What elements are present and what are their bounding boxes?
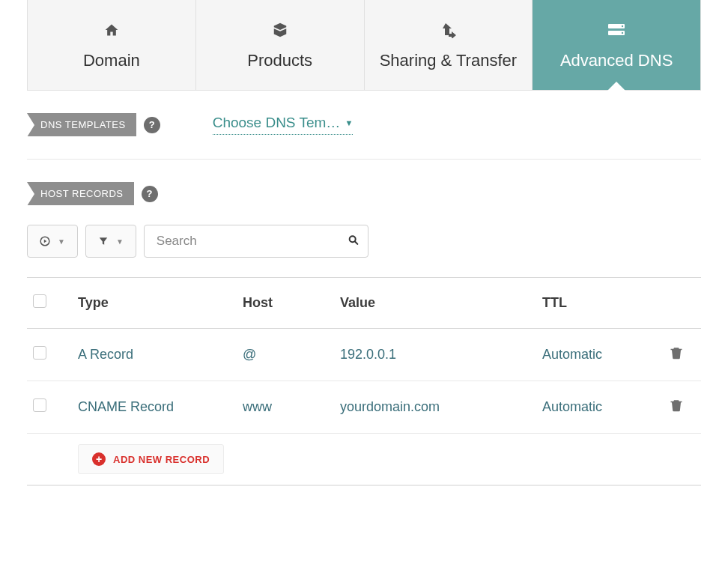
record-host[interactable]: @ [237,329,334,381]
search-input[interactable] [144,225,368,258]
play-circle-icon [40,236,50,246]
svg-point-3 [622,32,623,34]
toolbar: ▼ ▼ [27,225,701,258]
trash-icon [670,345,683,360]
divider [27,485,701,486]
tab-products[interactable]: Products [196,0,365,90]
table-header-row: Type Host Value TTL [27,278,701,329]
host-records-section: HOST RECORDS ? ▼ ▼ Type Host Value [27,182,701,486]
add-new-record-button[interactable]: + ADD NEW RECORD [78,444,224,474]
tab-domain[interactable]: Domain [28,0,196,90]
search-box [144,225,368,258]
chevron-down-icon: ▼ [58,237,65,246]
filter-dropdown[interactable]: ▼ [85,225,136,258]
row-checkbox[interactable] [33,398,46,412]
delete-button[interactable] [670,401,683,416]
svg-point-2 [622,25,623,27]
dropdown-text: Choose DNS Tem… [213,115,341,131]
help-icon[interactable]: ? [144,117,160,133]
tab-sharing-transfer[interactable]: Sharing & Transfer [365,0,533,90]
col-ttl: TTL [536,278,664,329]
tab-label: Sharing & Transfer [380,51,517,70]
share-icon [438,19,458,40]
filter-icon [98,236,109,246]
table-row: A Record @ 192.0.0.1 Automatic [27,329,701,381]
select-all-checkbox[interactable] [33,294,46,308]
server-icon [607,19,626,40]
plus-icon: + [92,452,106,466]
host-records-label: HOST RECORDS [27,182,134,205]
home-icon [103,19,120,40]
record-value[interactable]: yourdomain.com [334,381,536,434]
package-icon [271,19,289,40]
record-ttl[interactable]: Automatic [536,329,664,381]
host-records-table: Type Host Value TTL A Record @ 192.0.0.1… [27,277,701,485]
table-row: CNAME Record www yourdomain.com Automati… [27,381,701,434]
record-ttl[interactable]: Automatic [536,381,664,434]
record-type[interactable]: CNAME Record [72,381,237,434]
tab-advanced-dns[interactable]: Advanced DNS [533,0,700,90]
col-host: Host [237,278,334,329]
dns-templates-label: DNS TEMPLATES [27,113,136,136]
record-host[interactable]: www [237,381,334,434]
add-row: + ADD NEW RECORD [27,434,701,485]
actions-dropdown[interactable]: ▼ [27,225,78,258]
record-type[interactable]: A Record [72,329,237,381]
col-value: Value [334,278,536,329]
chevron-down-icon: ▼ [345,118,353,127]
trash-icon [670,398,683,413]
delete-button[interactable] [670,348,683,363]
col-type: Type [72,278,237,329]
tab-label: Advanced DNS [560,51,673,70]
add-button-label: ADD NEW RECORD [113,454,210,465]
search-button[interactable] [343,230,364,253]
divider [27,159,701,160]
tab-label: Domain [83,51,140,70]
tab-bar: Domain Products Sharing & Transfer Advan… [27,0,701,91]
dns-templates-section: DNS TEMPLATES ? Choose DNS Tem… ▼ [27,113,701,136]
search-icon [348,234,360,246]
tab-label: Products [247,51,312,70]
chevron-down-icon: ▼ [116,237,124,246]
row-checkbox[interactable] [33,346,46,360]
help-icon[interactable]: ? [142,186,158,202]
dns-template-dropdown[interactable]: Choose DNS Tem… ▼ [213,115,354,135]
record-value[interactable]: 192.0.0.1 [334,329,536,381]
